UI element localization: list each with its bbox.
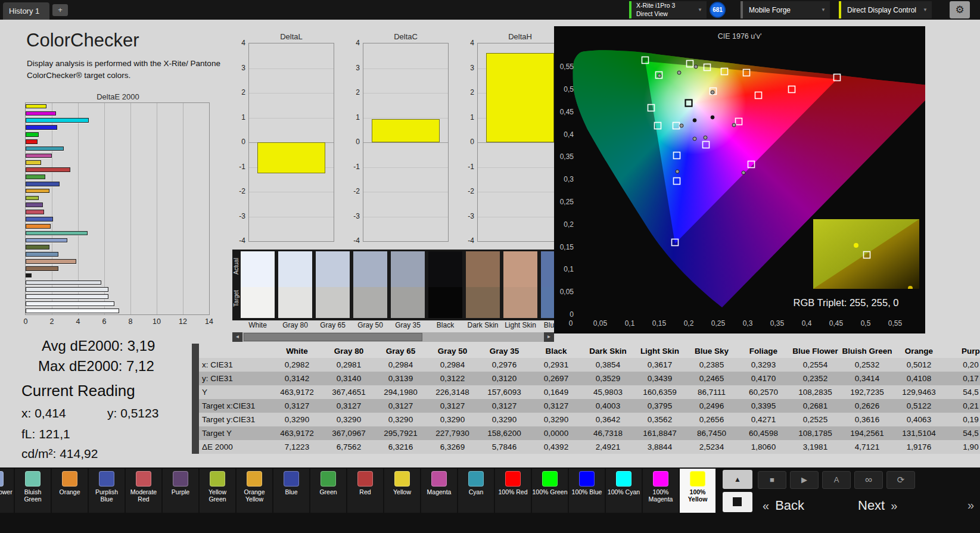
pattern-tile-red[interactable]: Red (347, 469, 383, 513)
scroll-left-arrow[interactable]: ◄ (232, 332, 242, 342)
table-cell: 0,21 (945, 401, 980, 410)
cie-y-tick: 0,4 (554, 130, 574, 139)
pattern-tile-100-cyan[interactable]: 100% Cyan (606, 469, 642, 513)
patch-swatch-dark-skin[interactable] (466, 251, 500, 318)
pattern-tile-cyan[interactable]: Cyan (458, 469, 494, 513)
table-cell: 157,6093 (478, 388, 530, 397)
cie-y-tick: 0,55 (554, 63, 574, 71)
target-swatch (353, 287, 387, 318)
column-header-white: White (271, 347, 323, 356)
gridline (363, 142, 448, 143)
scroll-right-chevron[interactable]: » (967, 498, 974, 512)
target-swatch (391, 287, 425, 318)
deltae-bar-gray-80 (26, 301, 114, 306)
expand-up-button[interactable]: ▲ (723, 470, 752, 489)
pattern-tile-100-green[interactable]: 100% Green (532, 469, 568, 513)
auto-advance-button[interactable]: A (822, 471, 851, 489)
patch-strip-scrollbar[interactable]: ◄ ► (232, 332, 554, 342)
axis-tick-label: 0 (342, 138, 360, 146)
row-label: y: CIE31 (199, 374, 271, 383)
settings-gear-button[interactable]: ⚙ (950, 1, 970, 18)
patch-swatch-gray-65[interactable] (316, 251, 350, 318)
pattern-tile-100-yellow[interactable]: 100% Yellow (680, 469, 715, 513)
pattern-tile-100-red[interactable]: 100% Red (495, 469, 531, 513)
deltae-bar-100-blue (26, 125, 57, 130)
pattern-tile-magenta[interactable]: Magenta (421, 469, 457, 513)
tab-history-1[interactable]: History 1 (3, 2, 49, 20)
axis-tick-label: 2 (456, 88, 474, 96)
table-cell: 0,2525 (789, 415, 841, 424)
current-reading-heading: Current Reading (21, 382, 135, 400)
pattern-tile-orange-yellow[interactable]: Orange Yellow (237, 469, 272, 513)
add-tab-button[interactable]: + (52, 4, 68, 16)
patch-swatch-black[interactable] (428, 251, 462, 318)
patch-swatch-gray-80[interactable] (278, 251, 312, 318)
pattern-tile-label: Yellow (393, 488, 411, 495)
table-cell: 0,3562 (634, 415, 686, 424)
table-cell: 0,3795 (634, 401, 686, 410)
refresh-button[interactable]: ⟳ (886, 471, 915, 489)
pattern-tile-purplish-blue[interactable]: Purplish Blue (89, 469, 125, 513)
scrollbar-thumb[interactable] (244, 333, 422, 341)
table-cell: 0,5012 (893, 360, 945, 369)
table-cell: 6,3216 (375, 442, 427, 451)
table-cell: 0,4063 (893, 415, 945, 424)
pattern-tile-green[interactable]: Green (310, 469, 346, 513)
measured-marker (742, 171, 745, 174)
patch-swatch-gray-35[interactable] (391, 251, 425, 318)
actual-swatch (353, 251, 387, 287)
patch-swatch-white[interactable] (241, 251, 275, 318)
chevron-left-icon: « (763, 499, 769, 513)
table-cell: 0,2352 (789, 374, 841, 383)
actual-swatch (316, 251, 350, 287)
gridline (104, 103, 105, 314)
axis-tick-label: 1 (228, 113, 245, 121)
table-cell: 131,5104 (893, 429, 945, 438)
table-cell: 0,2532 (841, 360, 893, 369)
source-dropdown[interactable]: Mobile Forge ▼ (741, 1, 830, 18)
max-de2000-value: Max dE2000: 7,12 (38, 358, 154, 375)
meter-status-badge[interactable]: 681 (710, 2, 726, 18)
back-button-label: Back (775, 498, 804, 513)
avg-de2000-value: Avg dE2000: 3,19 (42, 338, 155, 354)
pattern-tile-blue[interactable]: Blue (273, 469, 309, 513)
back-button[interactable]: « Back (763, 495, 804, 516)
top-bar: History 1 + X-Rite i1Pro 3 Direct View ▼… (0, 0, 980, 20)
pattern-tile-yellow[interactable]: Yellow (384, 469, 420, 513)
continuous-read-button[interactable]: ∞ (854, 471, 883, 489)
deltae-bar-light-skin (26, 259, 76, 264)
scroll-right-arrow[interactable]: ► (544, 332, 554, 342)
pattern-tile-orange[interactable]: Orange (52, 469, 88, 513)
pattern-tile-label: Moderate Red (126, 488, 161, 503)
pattern-tile-yellow-green[interactable]: Yellow Green (200, 469, 235, 513)
workflow-dropdown[interactable]: Direct Display Control ▼ (839, 1, 932, 18)
table-cell: 0,3290 (323, 415, 375, 424)
actual-row-label: Actual (233, 253, 240, 280)
pattern-tile-blue-flower[interactable]: Blue Flower (0, 469, 14, 513)
next-button[interactable]: Next » (858, 495, 897, 516)
deltac-chart: DeltaC43210-1-2-3-4 (343, 32, 450, 243)
measured-marker (658, 74, 661, 77)
patch-swatch-light-skin[interactable] (503, 251, 537, 318)
pattern-tile-100-blue[interactable]: 100% Blue (569, 469, 605, 513)
patch-label: Gray 65 (316, 321, 350, 329)
deltae-bar-white (26, 308, 119, 313)
meter-dropdown[interactable]: X-Rite i1Pro 3 Direct View ▼ (629, 1, 707, 18)
table-cell: 86,7111 (686, 388, 738, 397)
axis-tick-label: 3 (456, 64, 474, 72)
pattern-tile-moderate-red[interactable]: Moderate Red (126, 469, 161, 513)
stop-button[interactable]: ■ (758, 471, 786, 489)
patch-swatch-gray-50[interactable] (353, 251, 387, 318)
patch-label: Gray 50 (353, 321, 387, 329)
pattern-tile-label: Orange (59, 488, 80, 495)
pattern-tile-purple[interactable]: Purple (163, 469, 198, 513)
pattern-tile-label: 100% Green (533, 488, 568, 495)
pattern-tile-bluish-green[interactable]: Bluish Green (15, 469, 51, 513)
pattern-tile-100-magenta[interactable]: 100% Magenta (643, 469, 679, 513)
play-button[interactable]: ▶ (790, 471, 819, 489)
current-y-value: y: 0,5123 (107, 406, 158, 420)
patch-swatch-blue-sky[interactable] (541, 251, 554, 318)
pattern-window-button[interactable] (723, 492, 752, 512)
row-label: Target y:CIE31 (199, 415, 271, 424)
axis-tick-label: 4 (228, 39, 245, 47)
